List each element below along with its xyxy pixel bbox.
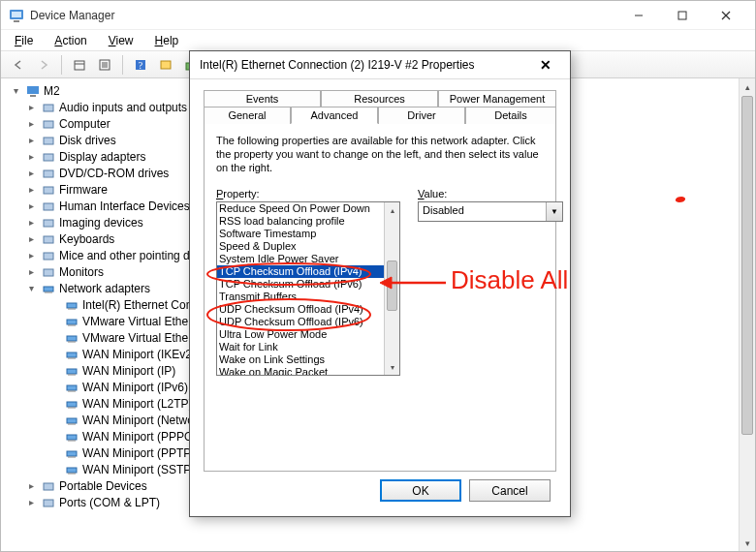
chevron-right-icon[interactable]: ▸ — [24, 168, 38, 178]
menu-view[interactable]: View — [105, 32, 138, 49]
property-option[interactable]: Wake on Magic Packet — [217, 366, 384, 376]
minimize-button[interactable] — [616, 1, 660, 29]
category-icon — [41, 495, 56, 510]
category-icon — [41, 116, 56, 132]
property-option[interactable]: Reduce Speed On Power Down — [217, 202, 384, 215]
dialog-close-button[interactable]: ✕ — [531, 51, 560, 78]
show-hidden-button[interactable] — [68, 53, 91, 77]
value-combobox[interactable]: Disabled ▼ — [418, 201, 563, 222]
value-selected: Disabled — [419, 202, 546, 221]
tab-resources[interactable]: Resources — [321, 90, 438, 107]
dropdown-button[interactable]: ▼ — [546, 202, 562, 221]
tree-category-label: Display adapters — [59, 150, 145, 164]
property-option[interactable]: TCP Checksum Offload (IPv6) — [217, 278, 384, 291]
properties-dialog: Intel(R) Ethernet Connection (2) I219-V … — [189, 50, 571, 517]
tab-details[interactable]: Details — [465, 107, 556, 124]
tab-driver[interactable]: Driver — [378, 107, 465, 124]
network-adapter-icon — [64, 330, 79, 346]
maximize-button[interactable] — [660, 1, 704, 29]
category-icon — [41, 215, 56, 230]
category-icon — [41, 133, 56, 148]
tree-category-label: Portable Devices — [59, 479, 147, 493]
tree-category-label: Computer — [59, 117, 110, 131]
chevron-down-icon[interactable]: ▾ — [24, 283, 38, 293]
svg-rect-23 — [44, 170, 53, 177]
tree-scrollbar[interactable]: ▴ ▾ — [739, 78, 755, 551]
svg-rect-24 — [44, 187, 53, 194]
property-option[interactable]: Software Timestamp — [217, 228, 384, 240]
property-listbox[interactable]: Reduce Speed On Power DownRSS load balan… — [216, 201, 400, 376]
menu-action[interactable]: Action — [50, 32, 90, 49]
svg-rect-27 — [44, 236, 53, 243]
forward-button[interactable] — [32, 53, 55, 77]
property-label: Property: — [216, 188, 400, 199]
help-button[interactable]: ? — [129, 53, 152, 77]
svg-rect-42 — [67, 385, 77, 390]
tab-general[interactable]: General — [204, 107, 291, 124]
network-adapter-icon — [64, 462, 79, 477]
tab-panel-advanced: The following properties are available f… — [204, 123, 556, 472]
category-icon — [41, 166, 56, 181]
property-option[interactable]: Wake on Link Settings — [217, 353, 384, 366]
back-button[interactable] — [7, 53, 30, 77]
dm-titlebar[interactable]: Device Manager — [1, 1, 755, 30]
property-option[interactable]: UDP Checksum Offload (IPv6) — [217, 316, 384, 328]
chevron-right-icon[interactable]: ▸ — [24, 266, 38, 277]
chevron-right-icon[interactable]: ▸ — [24, 135, 38, 145]
chevron-right-icon[interactable]: ▸ — [24, 480, 38, 491]
tab-events[interactable]: Events — [204, 90, 321, 107]
svg-rect-22 — [44, 154, 53, 161]
category-icon — [41, 199, 56, 214]
chevron-right-icon[interactable]: ▸ — [24, 217, 38, 228]
chevron-right-icon[interactable]: ▸ — [24, 184, 38, 195]
dialog-titlebar[interactable]: Intel(R) Ethernet Connection (2) I219-V … — [190, 51, 570, 79]
tree-device-label: WAN Miniport (PPTP) — [82, 446, 195, 460]
properties-button[interactable] — [93, 53, 116, 77]
property-option[interactable]: Wait for Link — [217, 341, 384, 353]
tree-device-label: WAN Miniport (IP) — [82, 364, 175, 378]
network-adapter-icon — [64, 314, 79, 329]
tab-power-management[interactable]: Power Management — [438, 90, 556, 107]
tree-category-label: Imaging devices — [59, 216, 143, 230]
chevron-right-icon[interactable]: ▸ — [24, 497, 38, 507]
property-option[interactable]: RSS load balancing profile — [217, 215, 384, 228]
property-option[interactable]: Transmit Buffers — [217, 291, 384, 303]
menu-file[interactable]: File — [11, 32, 37, 49]
tree-category-label: Monitors — [59, 265, 104, 279]
scroll-up-icon[interactable]: ▴ — [385, 202, 399, 218]
svg-rect-52 — [67, 468, 77, 473]
tree-category-label: Network adapters — [59, 282, 150, 295]
network-adapter-icon — [64, 396, 79, 412]
chevron-right-icon[interactable]: ▸ — [24, 102, 38, 112]
svg-rect-20 — [44, 121, 53, 128]
scroll-thumb[interactable] — [741, 96, 753, 435]
chevron-right-icon[interactable]: ▸ — [24, 200, 38, 211]
chevron-right-icon[interactable]: ▸ — [24, 233, 38, 244]
scan-button[interactable] — [154, 53, 177, 77]
property-option[interactable]: Speed & Duplex — [217, 240, 384, 253]
tree-category-label: Human Interface Devices — [59, 199, 190, 213]
svg-rect-32 — [67, 303, 77, 308]
scroll-down-icon[interactable]: ▾ — [385, 359, 399, 375]
chevron-right-icon[interactable]: ▸ — [24, 250, 38, 261]
ok-button[interactable]: OK — [380, 479, 461, 502]
svg-rect-7 — [75, 61, 84, 70]
cancel-button[interactable]: Cancel — [469, 479, 551, 502]
property-option[interactable]: TCP Checksum Offload (IPv4) — [217, 265, 384, 278]
chevron-right-icon[interactable]: ▸ — [24, 151, 38, 162]
scroll-up-icon[interactable]: ▴ — [740, 78, 755, 95]
svg-rect-2 — [14, 20, 19, 22]
tab-advanced[interactable]: Advanced — [291, 107, 378, 124]
property-option[interactable]: UDP Checksum Offload (IPv4) — [217, 303, 384, 316]
close-button[interactable] — [704, 1, 747, 29]
chevron-down-icon[interactable]: ▾ — [9, 85, 22, 96]
property-option[interactable]: System Idle Power Saver — [217, 253, 384, 265]
category-icon — [41, 248, 56, 263]
scroll-down-icon[interactable]: ▾ — [740, 535, 755, 551]
chevron-right-icon[interactable]: ▸ — [24, 118, 38, 129]
property-option[interactable]: Ultra Low Power Mode — [217, 328, 384, 341]
listbox-scrollbar[interactable]: ▴ ▾ — [384, 202, 399, 375]
scroll-thumb[interactable] — [387, 261, 397, 311]
menu-help[interactable]: Help — [151, 32, 183, 49]
svg-rect-15 — [161, 61, 171, 69]
